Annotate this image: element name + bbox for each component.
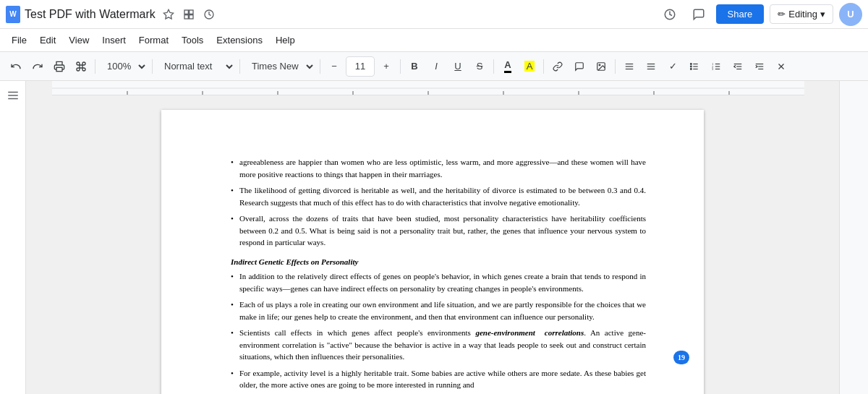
undo-button[interactable] bbox=[6, 56, 26, 77]
separator-2 bbox=[152, 59, 153, 74]
highlight-color-button[interactable]: A bbox=[519, 56, 540, 77]
print-button[interactable] bbox=[49, 56, 69, 77]
svg-rect-3 bbox=[189, 14, 192, 18]
underline-button[interactable]: U bbox=[448, 56, 468, 77]
right-tab-bar bbox=[839, 81, 868, 394]
comment-button[interactable] bbox=[569, 56, 590, 77]
comment-badge[interactable]: 19 bbox=[673, 351, 689, 364]
move-icon[interactable] bbox=[180, 6, 197, 23]
paint-format-button[interactable] bbox=[71, 56, 91, 77]
italic-button[interactable]: I bbox=[426, 56, 446, 77]
svg-rect-1 bbox=[184, 10, 188, 14]
separator-4 bbox=[320, 59, 320, 74]
chevron-down-icon: ▾ bbox=[820, 9, 825, 20]
paragraph-text: For example, activity level is a highly … bbox=[239, 369, 646, 390]
menu-insert[interactable]: Insert bbox=[96, 32, 132, 48]
recent-button[interactable] bbox=[658, 3, 681, 26]
text-color-button[interactable]: A bbox=[498, 56, 518, 77]
svg-point-9 bbox=[599, 64, 600, 66]
bullets-button[interactable] bbox=[684, 56, 705, 77]
separator-1 bbox=[95, 59, 95, 74]
sidebar-toggle bbox=[0, 81, 26, 394]
bullet-list-1: agreeableness are happier than women who… bbox=[219, 156, 646, 249]
title-bar: W Test PDF with Watermark Share ✏ Editin… bbox=[0, 0, 868, 29]
paragraph-text: The likelihood of getting divorced is he… bbox=[239, 186, 646, 207]
list-item: Overall, across the dozens of traits tha… bbox=[231, 213, 646, 249]
svg-rect-7 bbox=[56, 67, 62, 71]
redo-button[interactable] bbox=[27, 56, 48, 77]
list-item: In addition to the relatively direct eff… bbox=[231, 270, 646, 294]
bold-button[interactable]: B bbox=[404, 56, 425, 77]
separator-3 bbox=[239, 59, 240, 74]
clear-format-button[interactable] bbox=[771, 56, 791, 77]
line-spacing-button[interactable] bbox=[641, 56, 661, 77]
align-button[interactable] bbox=[619, 56, 639, 77]
title-bar-left: W Test PDF with Watermark bbox=[6, 6, 652, 23]
document-area[interactable]: agreeableness are happier than women who… bbox=[26, 81, 839, 394]
svg-rect-2 bbox=[189, 10, 192, 14]
separator-8 bbox=[615, 59, 616, 74]
zoom-select[interactable]: 100% bbox=[99, 56, 148, 77]
font-select[interactable]: Times New R... bbox=[244, 56, 316, 77]
menu-format[interactable]: Format bbox=[133, 32, 174, 48]
main-area: agreeableness are happier than women who… bbox=[0, 81, 868, 394]
separator-7 bbox=[543, 59, 544, 74]
paragraph-text: In addition to the relatively direct eff… bbox=[239, 272, 646, 293]
font-size-decrease-button[interactable]: − bbox=[324, 56, 344, 77]
sidebar-icon[interactable] bbox=[4, 87, 22, 104]
menu-view[interactable]: View bbox=[63, 32, 95, 48]
svg-point-20 bbox=[690, 66, 692, 67]
paragraph-text: agreeableness are happier than women who… bbox=[239, 158, 646, 179]
svg-point-19 bbox=[690, 63, 692, 64]
svg-point-21 bbox=[690, 68, 692, 69]
separator-5 bbox=[400, 59, 401, 74]
list-item: For example, activity level is a highly … bbox=[231, 367, 646, 391]
document-title: Test PDF with Watermark bbox=[25, 8, 156, 21]
document-page[interactable]: agreeableness are happier than women who… bbox=[161, 110, 704, 394]
svg-rect-4 bbox=[184, 14, 188, 18]
checklist-button[interactable]: ✓ bbox=[663, 56, 683, 77]
link-button[interactable] bbox=[548, 56, 568, 77]
svg-marker-0 bbox=[163, 9, 173, 19]
menu-edit[interactable]: Edit bbox=[34, 32, 61, 48]
docs-icon: W bbox=[6, 6, 20, 23]
toolbar: 100% Normal text Times New R... − + B I … bbox=[0, 52, 868, 81]
menu-extensions[interactable]: Extensions bbox=[210, 32, 268, 48]
pencil-icon: ✏ bbox=[778, 9, 786, 20]
menu-help[interactable]: Help bbox=[270, 32, 301, 48]
menu-bar: File Edit View Insert Format Tools Exten… bbox=[0, 29, 868, 52]
font-size-input[interactable] bbox=[346, 56, 375, 77]
paragraph-text: Overall, across the dozens of traits tha… bbox=[239, 214, 646, 247]
paragraph-text: Scientists call effects in which genes a… bbox=[239, 328, 646, 361]
share-button[interactable]: Share bbox=[716, 4, 765, 24]
separator-6 bbox=[493, 59, 494, 74]
editing-mode-button[interactable]: ✏ Editing ▾ bbox=[770, 4, 833, 24]
image-button[interactable] bbox=[591, 56, 611, 77]
star-icon[interactable] bbox=[160, 6, 177, 23]
title-bar-right: Share ✏ Editing ▾ U bbox=[658, 3, 862, 26]
section-heading: Indirect Genetic Effects on Personality bbox=[231, 256, 646, 268]
list-item: agreeableness are happier than women who… bbox=[231, 156, 646, 180]
numbered-list-button[interactable]: 123 bbox=[706, 56, 726, 77]
list-item: The likelihood of getting divorced is he… bbox=[231, 184, 646, 208]
list-item: Scientists call effects in which genes a… bbox=[231, 327, 646, 363]
title-icons bbox=[160, 6, 218, 23]
avatar[interactable]: U bbox=[839, 3, 862, 26]
strikethrough-button[interactable]: S bbox=[469, 56, 490, 77]
style-select[interactable]: Normal text bbox=[156, 56, 236, 77]
list-item: Each of us plays a role in creating our … bbox=[231, 299, 646, 322]
paragraph-text: Each of us plays a role in creating our … bbox=[239, 300, 646, 321]
bullet-list-2: In addition to the relatively direct eff… bbox=[219, 270, 646, 391]
menu-file[interactable]: File bbox=[6, 32, 33, 48]
history-icon[interactable] bbox=[200, 6, 218, 23]
menu-tools[interactable]: Tools bbox=[176, 32, 209, 48]
ruler bbox=[52, 81, 804, 95]
font-size-increase-button[interactable]: + bbox=[376, 56, 396, 77]
comments-button[interactable] bbox=[687, 3, 710, 26]
decrease-indent-button[interactable] bbox=[728, 56, 748, 77]
increase-indent-button[interactable] bbox=[749, 56, 770, 77]
editing-label: Editing bbox=[788, 9, 817, 20]
svg-text:3: 3 bbox=[712, 68, 713, 71]
